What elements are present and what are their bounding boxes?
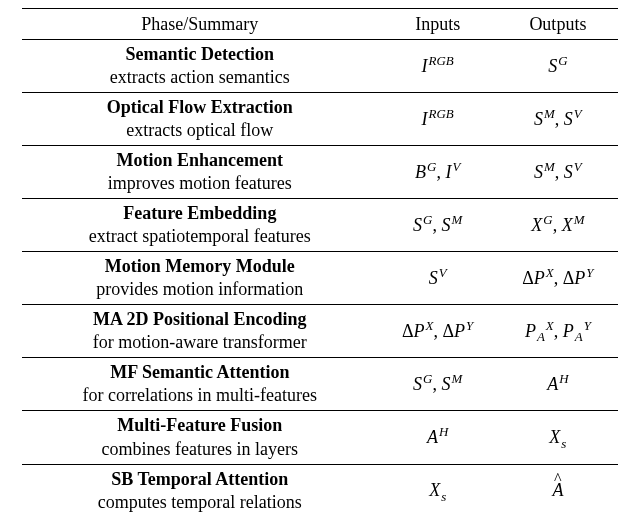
table-row: Optical Flow Extractionextracts optical …	[22, 93, 618, 146]
table-row: Multi-Feature Fusioncombines features in…	[22, 411, 618, 464]
cell-phase: Feature Embeddingextract spatiotemporal …	[22, 199, 378, 252]
cell-outputs: SM, SV	[498, 93, 618, 146]
phase-title: Motion Enhancement	[28, 149, 372, 172]
phase-desc: extracts action semantics	[28, 66, 372, 89]
cell-inputs: SG, SM	[378, 358, 498, 411]
table-body: Semantic Detectionextracts action semant…	[22, 40, 618, 516]
cell-phase: SB Temporal Attentioncomputes temporal r…	[22, 464, 378, 516]
phase-title: Feature Embedding	[28, 202, 372, 225]
table-row: MF Semantic Attentionfor correlations in…	[22, 358, 618, 411]
phase-desc: computes temporal relations	[28, 491, 372, 514]
phase-desc: provides motion information	[28, 278, 372, 301]
cell-phase: Motion Enhancementimproves motion featur…	[22, 146, 378, 199]
table-row: SB Temporal Attentioncomputes temporal r…	[22, 464, 618, 516]
cell-outputs: A	[498, 464, 618, 516]
table-row: MA 2D Positional Encodingfor motion-awar…	[22, 305, 618, 358]
cell-phase: Multi-Feature Fusioncombines features in…	[22, 411, 378, 464]
cell-phase: MA 2D Positional Encodingfor motion-awar…	[22, 305, 378, 358]
cell-outputs: AH	[498, 358, 618, 411]
table-row: Motion Enhancementimproves motion featur…	[22, 146, 618, 199]
cell-phase: MF Semantic Attentionfor correlations in…	[22, 358, 378, 411]
cell-inputs: Xs	[378, 464, 498, 516]
col-header-outputs: Outputs	[498, 9, 618, 40]
phase-desc: extracts optical flow	[28, 119, 372, 142]
phase-title: Semantic Detection	[28, 43, 372, 66]
phase-title: MA 2D Positional Encoding	[28, 308, 372, 331]
phase-desc: for motion-aware transformer	[28, 331, 372, 354]
cell-outputs: SM, SV	[498, 146, 618, 199]
cell-outputs: SG	[498, 40, 618, 93]
phase-title: Multi-Feature Fusion	[28, 414, 372, 437]
phase-title: Motion Memory Module	[28, 255, 372, 278]
table-row: Feature Embeddingextract spatiotemporal …	[22, 199, 618, 252]
cell-inputs: ΔPX, ΔPY	[378, 305, 498, 358]
cell-inputs: BG, IV	[378, 146, 498, 199]
phase-desc: for correlations in multi-features	[28, 384, 372, 407]
phase-desc: improves motion features	[28, 172, 372, 195]
phase-desc: extract spatiotemporal features	[28, 225, 372, 248]
cell-inputs: IRGB	[378, 93, 498, 146]
table-row: Semantic Detectionextracts action semant…	[22, 40, 618, 93]
cell-inputs: IRGB	[378, 40, 498, 93]
phase-title: MF Semantic Attention	[28, 361, 372, 384]
phases-table: Phase/Summary Inputs Outputs Semantic De…	[22, 8, 618, 516]
cell-inputs: SV	[378, 252, 498, 305]
phase-title: SB Temporal Attention	[28, 468, 372, 491]
cell-outputs: Xs	[498, 411, 618, 464]
cell-phase: Semantic Detectionextracts action semant…	[22, 40, 378, 93]
cell-outputs: ΔPX, ΔPY	[498, 252, 618, 305]
cell-outputs: XG, XM	[498, 199, 618, 252]
cell-inputs: SG, SM	[378, 199, 498, 252]
table-row: Motion Memory Moduleprovides motion info…	[22, 252, 618, 305]
col-header-phase: Phase/Summary	[22, 9, 378, 40]
cell-outputs: PAX, PAY	[498, 305, 618, 358]
phase-desc: combines features in layers	[28, 438, 372, 461]
cell-phase: Motion Memory Moduleprovides motion info…	[22, 252, 378, 305]
cell-inputs: AH	[378, 411, 498, 464]
table-container: Phase/Summary Inputs Outputs Semantic De…	[0, 0, 640, 516]
phase-title: Optical Flow Extraction	[28, 96, 372, 119]
col-header-inputs: Inputs	[378, 9, 498, 40]
cell-phase: Optical Flow Extractionextracts optical …	[22, 93, 378, 146]
table-header-row: Phase/Summary Inputs Outputs	[22, 9, 618, 40]
